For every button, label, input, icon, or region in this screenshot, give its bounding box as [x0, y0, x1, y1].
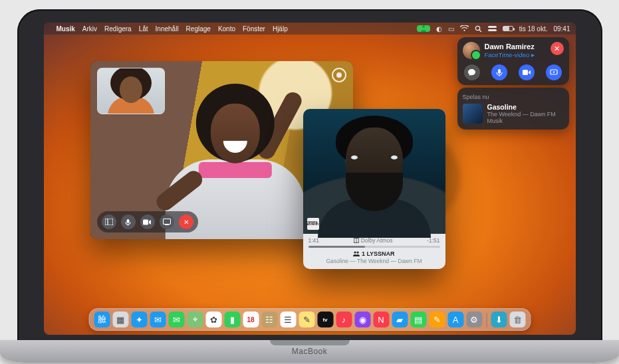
- menu-item[interactable]: Hjälp: [273, 25, 288, 33]
- control-center-icon[interactable]: [488, 25, 497, 32]
- track-info: Gasoline — The Weeknd — Dawn FM: [309, 258, 440, 264]
- svg-point-17: [357, 251, 359, 253]
- now-playing-card[interactable]: Spelas nu Gasoline The Weeknd — Dawn FM …: [457, 88, 569, 130]
- progress-slider[interactable]: [309, 246, 440, 248]
- dock-safari-icon[interactable]: ✦: [131, 312, 147, 327]
- dock-finder-icon[interactable]: 臉: [94, 312, 110, 327]
- mute-button[interactable]: [491, 64, 507, 80]
- dock-calendar-icon[interactable]: 18: [243, 312, 259, 327]
- menu-item[interactable]: Låt: [139, 25, 148, 33]
- facetime-controls: ✕: [97, 211, 198, 232]
- dock-appstore-icon[interactable]: A: [447, 312, 463, 327]
- dock: 臉▦✦✉✉⌖✿▮18☷☰✎tv♪◉N▰▤✎A⚙⬇🗑: [88, 308, 531, 331]
- dock-notes-icon[interactable]: ✎: [299, 312, 314, 327]
- dock-trash-icon[interactable]: 🗑: [509, 312, 525, 327]
- svg-point-16: [354, 251, 356, 253]
- menu-item[interactable]: Arkiv: [82, 25, 97, 33]
- svg-rect-3: [488, 29, 497, 31]
- now-playing-artist: The Weeknd — Dawn FM: [487, 111, 556, 118]
- mute-mic-button[interactable]: [121, 215, 136, 229]
- now-playing-artwork: [463, 104, 483, 124]
- spotlight-icon[interactable]: [475, 25, 482, 33]
- dock-downloads-icon[interactable]: ⬇: [491, 312, 507, 327]
- caller-subtitle[interactable]: FaceTime-video ▸: [485, 51, 535, 58]
- svg-rect-11: [143, 219, 148, 225]
- parental-advisory-badge: PARENTALADVISORY: [307, 218, 319, 230]
- share-screen-button[interactable]: [160, 215, 174, 229]
- listeners-label: 1 LYSSNAR: [309, 250, 440, 257]
- music-miniplayer[interactable]: PARENTALADVISORY 1:41 Dolby Atmos -1:51 …: [303, 109, 445, 269]
- now-playing-app: Musik: [487, 118, 556, 124]
- menu-item[interactable]: Konto: [218, 25, 235, 33]
- dock-podcasts-icon[interactable]: ◉: [354, 312, 370, 327]
- dock-settings-icon[interactable]: ⚙: [466, 312, 482, 327]
- caller-avatar: [463, 42, 480, 59]
- camera-toggle-button[interactable]: [140, 215, 155, 229]
- svg-rect-4: [498, 69, 501, 74]
- dolby-atmos-badge: Dolby Atmos: [354, 237, 393, 244]
- now-playing-title: Gasoline: [487, 103, 556, 111]
- svg-rect-12: [163, 219, 170, 225]
- facetime-call-card: Dawn Ramirez FaceTime-video ▸ ✕: [457, 37, 569, 85]
- dock-contacts-icon[interactable]: ☷: [261, 312, 277, 327]
- do-not-disturb-icon[interactable]: ◐: [436, 25, 442, 33]
- messages-button[interactable]: [464, 64, 480, 80]
- menu-item[interactable]: Redigera: [104, 25, 132, 33]
- facetime-self-view[interactable]: [97, 68, 165, 114]
- dock-news-icon[interactable]: N: [373, 312, 389, 327]
- dock-keynote-icon[interactable]: ▰: [392, 312, 408, 327]
- remaining-time: -1:51: [427, 237, 439, 244]
- dock-music-icon[interactable]: ♪: [336, 312, 352, 327]
- menu-item[interactable]: Reglage: [186, 25, 211, 33]
- menubar-time[interactable]: 09:41: [553, 25, 570, 33]
- status-icons: ◐ ▭ tis 18 okt. 09:41: [417, 25, 570, 33]
- desktop: Musik Arkiv Redigera Låt Innehåll Reglag…: [44, 23, 576, 335]
- now-playing-header: Spelas nu: [463, 94, 564, 100]
- svg-rect-8: [105, 219, 113, 225]
- macbook-label: MacBook: [292, 347, 328, 356]
- dock-pages-icon[interactable]: ✎: [429, 312, 445, 327]
- caller-name: Dawn Ramirez: [485, 43, 535, 50]
- menubar-app-name[interactable]: Musik: [57, 25, 75, 33]
- svg-rect-14: [354, 238, 356, 242]
- end-call-button[interactable]: ✕: [551, 42, 564, 55]
- dock-reminders-icon[interactable]: ☰: [280, 312, 296, 327]
- sidebar-toggle-button[interactable]: [102, 215, 116, 229]
- live-photo-button[interactable]: [332, 68, 346, 82]
- camera-button[interactable]: [519, 64, 535, 80]
- screen-share-button[interactable]: [546, 64, 562, 80]
- svg-rect-15: [356, 238, 358, 242]
- menu-item[interactable]: Fönster: [243, 25, 265, 33]
- album-artwork: PARENTALADVISORY: [303, 109, 445, 234]
- wifi-icon[interactable]: [460, 25, 469, 32]
- menubar-date[interactable]: tis 18 okt.: [519, 25, 548, 33]
- screen-mirroring-icon[interactable]: ▭: [448, 25, 454, 33]
- dock-numbers-icon[interactable]: ▤: [410, 312, 426, 327]
- leave-call-button[interactable]: ✕: [179, 215, 193, 229]
- shareplay-panel: Dawn Ramirez FaceTime-video ▸ ✕: [457, 37, 569, 130]
- elapsed-time: 1:41: [309, 237, 320, 244]
- svg-line-1: [479, 30, 481, 32]
- dock-messages-icon[interactable]: ✉: [168, 312, 184, 327]
- shareplay-status-icon[interactable]: [417, 25, 430, 32]
- battery-icon[interactable]: [503, 26, 513, 31]
- macbook-base: MacBook: [0, 340, 619, 363]
- macbook-frame: Musik Arkiv Redigera Låt Innehåll Reglag…: [17, 9, 602, 355]
- svg-rect-10: [127, 219, 130, 223]
- svg-point-7: [553, 71, 555, 72]
- menu-bar: Musik Arkiv Redigera Låt Innehåll Reglag…: [44, 23, 576, 35]
- dock-mail-icon[interactable]: ✉: [150, 312, 166, 327]
- svg-point-0: [475, 26, 479, 30]
- dock-launchpad-icon[interactable]: ▦: [112, 312, 128, 327]
- dock-tv-icon[interactable]: tv: [317, 312, 333, 327]
- dock-maps-icon[interactable]: ⌖: [187, 312, 203, 327]
- menu-item[interactable]: Innehåll: [156, 25, 179, 33]
- dock-photos-icon[interactable]: ✿: [205, 312, 221, 327]
- svg-rect-2: [488, 26, 497, 28]
- svg-rect-5: [523, 70, 528, 75]
- dock-facetime-icon[interactable]: ▮: [224, 312, 240, 327]
